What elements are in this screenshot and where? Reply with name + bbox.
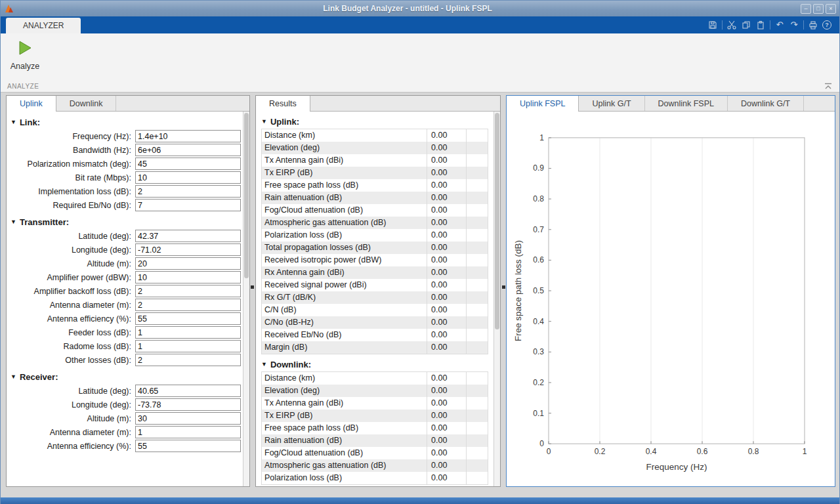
- copy-icon[interactable]: [741, 20, 751, 30]
- table-row: Fog/Cloud attenuation (dB)0.00: [262, 447, 488, 459]
- altitude-m-label: Altitude (m):: [7, 259, 135, 268]
- form-row: Latitude (deg):: [7, 385, 243, 397]
- app-icon: [4, 3, 14, 14]
- form-row: Antenna diameter (m):: [7, 426, 243, 438]
- antenna-efficiency-input[interactable]: [135, 440, 241, 452]
- tab-downlink-g-t[interactable]: Downlink G/T: [728, 96, 804, 112]
- result-name: Tx Antenna gain (dBi): [262, 154, 427, 167]
- undo-icon[interactable]: ↶: [774, 20, 785, 30]
- tab-uplink[interactable]: Uplink: [7, 96, 56, 112]
- svg-text:Free space path loss (dB): Free space path loss (dB): [513, 240, 523, 341]
- splitter-handle[interactable]: [251, 285, 254, 289]
- table-row: C/N (dB)0.00: [262, 304, 488, 316]
- table-row: C/No (dB-Hz)0.00: [262, 316, 488, 329]
- row-filler: [467, 279, 488, 291]
- latitude-deg-input[interactable]: [135, 385, 241, 397]
- result-name: Rx Antenna gain (dBi): [262, 266, 427, 279]
- form-row: Frequency (Hz):: [7, 130, 243, 142]
- analyze-button[interactable]: Analyze: [7, 37, 43, 74]
- antenna-efficiency-input[interactable]: [135, 312, 241, 325]
- result-name: Polarization loss (dB): [262, 472, 427, 484]
- svg-text:0.8: 0.8: [748, 447, 759, 456]
- minimize-button[interactable]: –: [801, 4, 811, 14]
- antenna-diameter-m-input[interactable]: [135, 299, 241, 311]
- result-value: 0.00: [427, 242, 467, 254]
- other-losses-db-input[interactable]: [135, 354, 241, 366]
- tab-uplink-fspl[interactable]: Uplink FSPL: [507, 96, 579, 112]
- tab-analyzer[interactable]: ANALYZER: [6, 18, 81, 33]
- svg-text:0: 0: [547, 447, 551, 456]
- help-icon[interactable]: ?: [822, 20, 831, 30]
- scrollbar-thumb[interactable]: [244, 113, 249, 278]
- bit-rate-mbps-input[interactable]: [135, 171, 241, 184]
- table-row: Rain attenuation (dB)0.00: [262, 192, 488, 204]
- antenna-diameter-m-label: Antenna diameter (m):: [7, 428, 135, 437]
- altitude-m-input[interactable]: [135, 257, 241, 270]
- result-value: 0.00: [427, 167, 467, 179]
- scrollbar-thumb[interactable]: [495, 113, 499, 329]
- result-name: Fog/Cloud attenuation (dB): [262, 204, 427, 217]
- bandwidth-hz-input[interactable]: [135, 144, 241, 156]
- latitude-deg-input[interactable]: [135, 230, 241, 242]
- result-name: Polarization loss (dB): [262, 229, 427, 242]
- parameters-panel: UplinkDownlink ▼Link:Frequency (Hz):Band…: [6, 95, 250, 487]
- section-header-downlink[interactable]: ▼Downlink:: [261, 358, 494, 370]
- svg-text:0.6: 0.6: [697, 447, 708, 456]
- section-header-uplink[interactable]: ▼Uplink:: [261, 116, 494, 127]
- table-row: Elevation (deg)0.00: [262, 142, 488, 154]
- maximize-button[interactable]: □: [813, 4, 824, 14]
- antenna-diameter-m-label: Antenna diameter (m):: [7, 301, 135, 310]
- radome-loss-db-label: Radome loss (dB):: [7, 342, 135, 351]
- polarization-mismatch-deg-input[interactable]: [135, 158, 241, 170]
- toolbar-separator: [722, 20, 723, 30]
- result-value: 0.00: [427, 266, 467, 279]
- parameters-scrollbar[interactable]: [243, 112, 249, 486]
- row-filler: [467, 385, 488, 397]
- section-header-receiver[interactable]: ▼Receiver:: [10, 371, 243, 383]
- result-value: 0.00: [427, 472, 467, 484]
- table-row: Free space path loss (dB)0.00: [262, 179, 488, 192]
- radome-loss-db-input[interactable]: [135, 340, 241, 352]
- collapse-triangle-icon: ▼: [10, 373, 16, 380]
- tab-downlink-fspl[interactable]: Downlink FSPL: [645, 96, 728, 112]
- longitude-deg-input[interactable]: [135, 398, 241, 411]
- form-row: Other losses (dB):: [7, 354, 243, 366]
- amplifier-power-dbw-input[interactable]: [135, 271, 241, 284]
- row-filler: [467, 410, 488, 422]
- required-eb-no-db-input[interactable]: [135, 199, 241, 211]
- print-icon[interactable]: [808, 20, 818, 30]
- ribbon: Analyze ANALYZE: [1, 33, 839, 93]
- tab-downlink[interactable]: Downlink: [56, 96, 117, 112]
- results-scrollbar[interactable]: [494, 112, 500, 486]
- table-row: Atmospheric gas attenuation (dB)0.00: [262, 217, 488, 229]
- result-name: Total propagation losses (dB): [262, 242, 427, 254]
- results-tabbar: Results: [256, 96, 500, 112]
- result-value: 0.00: [427, 341, 467, 354]
- amplifier-backoff-loss-db-input[interactable]: [135, 285, 241, 297]
- section-title: Receiver:: [20, 372, 58, 382]
- tab-results[interactable]: Results: [256, 96, 310, 112]
- collapse-ribbon-icon[interactable]: [824, 81, 833, 88]
- svg-text:0.3: 0.3: [533, 347, 544, 356]
- cut-icon[interactable]: [726, 20, 737, 30]
- paste-icon[interactable]: [755, 20, 766, 30]
- table-row: Atmospheric gas attenuation (dB)0.00: [262, 459, 488, 472]
- tab-uplink-g-t[interactable]: Uplink G/T: [579, 96, 644, 112]
- altitude-m-input[interactable]: [135, 412, 241, 425]
- svg-text:0.5: 0.5: [533, 286, 544, 295]
- feeder-loss-db-input[interactable]: [135, 326, 241, 339]
- close-button[interactable]: ×: [826, 4, 836, 14]
- implementation-loss-db-input[interactable]: [135, 185, 241, 198]
- form-row: Antenna efficiency (%):: [7, 312, 243, 325]
- antenna-diameter-m-input[interactable]: [135, 426, 241, 438]
- splitter-handle[interactable]: [502, 285, 505, 289]
- svg-text:0.2: 0.2: [533, 378, 544, 387]
- section-header-transmitter[interactable]: ▼Transmitter:: [10, 216, 243, 228]
- frequency-hz-input[interactable]: [135, 130, 241, 142]
- section-header-link[interactable]: ▼Link:: [10, 116, 243, 128]
- table-row: Tx EIRP (dB)0.00: [262, 410, 488, 422]
- redo-icon[interactable]: ↷: [789, 20, 799, 30]
- longitude-deg-input[interactable]: [135, 243, 241, 256]
- save-icon[interactable]: [707, 20, 718, 30]
- result-value: 0.00: [427, 459, 467, 472]
